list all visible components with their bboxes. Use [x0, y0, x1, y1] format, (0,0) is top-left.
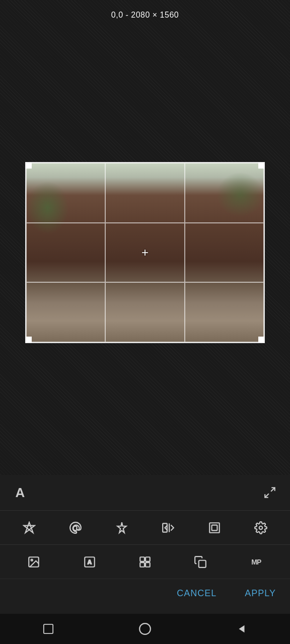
back-icon — [236, 623, 247, 634]
svg-rect-18 — [44, 624, 53, 633]
svg-rect-7 — [212, 525, 218, 530]
svg-text:A: A — [88, 559, 92, 565]
toolbar-row-1: A — [0, 475, 290, 510]
corner-handle-tl[interactable] — [26, 163, 32, 169]
image-icon — [27, 555, 40, 569]
grid-cell-1 — [26, 163, 105, 223]
text-a-icon: A — [16, 485, 25, 501]
crosshair-icon: + — [141, 246, 149, 260]
svg-marker-3 — [117, 522, 126, 533]
nav-bar — [0, 614, 290, 644]
svg-rect-6 — [209, 523, 220, 533]
home-icon — [138, 622, 152, 635]
palette-icon — [69, 521, 82, 534]
collage-icon — [138, 555, 152, 569]
svg-line-1 — [265, 494, 269, 498]
settings-button[interactable] — [247, 514, 275, 542]
corner-handle-bl[interactable] — [26, 337, 32, 343]
collage-button[interactable] — [131, 548, 159, 576]
svg-marker-2 — [24, 522, 35, 533]
frames-icon — [208, 521, 221, 534]
text-a-button[interactable]: A — [6, 478, 34, 507]
grid-cell-7 — [26, 282, 105, 342]
copy-button[interactable] — [186, 548, 214, 576]
compare-button[interactable] — [154, 514, 182, 542]
palette-button[interactable] — [61, 514, 90, 542]
grid-cell-6 — [185, 223, 264, 283]
shape-button[interactable] — [15, 514, 43, 542]
back-button[interactable] — [230, 617, 254, 641]
grid-cell-4 — [26, 223, 105, 283]
home-button[interactable] — [133, 617, 157, 641]
corner-handle-tr[interactable] — [258, 163, 264, 169]
effects-icon — [115, 521, 128, 534]
cancel-button[interactable]: CANCEL — [175, 584, 219, 603]
image-area: + — [0, 30, 290, 475]
text-overlay-button[interactable]: A — [76, 548, 104, 576]
svg-point-19 — [139, 623, 151, 634]
svg-point-10 — [31, 559, 33, 560]
grid-cell-8 — [105, 282, 184, 342]
compare-icon — [162, 521, 175, 534]
svg-rect-13 — [140, 557, 144, 561]
crop-image: + — [26, 163, 264, 342]
svg-rect-15 — [140, 562, 144, 567]
frames-button[interactable] — [200, 514, 229, 542]
svg-point-8 — [259, 526, 263, 529]
crop-free-button[interactable] — [256, 478, 284, 507]
text-overlay-icon: A — [83, 555, 96, 569]
mp-icon: MP — [251, 558, 261, 566]
grid-cell-2 — [105, 163, 184, 223]
recents-icon — [43, 623, 54, 634]
toolbar-row-3: A MP — [0, 544, 290, 579]
apply-button[interactable]: APPLY — [243, 584, 278, 603]
top-bar: 0,0 - 2080 × 1560 — [0, 0, 290, 30]
recents-button[interactable] — [36, 617, 60, 641]
copy-icon — [194, 555, 207, 569]
svg-marker-20 — [239, 625, 245, 633]
crop-container[interactable]: + — [25, 162, 265, 343]
svg-rect-16 — [146, 562, 150, 567]
action-row: CANCEL APPLY — [0, 579, 290, 610]
mp-button[interactable]: MP — [242, 548, 270, 576]
svg-rect-14 — [146, 557, 150, 561]
crop-free-icon — [263, 486, 276, 499]
toolbar-area: A — [0, 475, 290, 614]
effects-button[interactable] — [108, 514, 136, 542]
corner-handle-br[interactable] — [258, 337, 264, 343]
toolbar-row-2 — [0, 510, 290, 544]
grid-cell-9 — [185, 282, 264, 342]
svg-rect-17 — [199, 560, 206, 567]
settings-icon — [254, 521, 267, 534]
dimension-label: 0,0 - 2080 × 1560 — [111, 11, 179, 20]
svg-line-0 — [271, 488, 275, 492]
grid-cell-3 — [185, 163, 264, 223]
shape-icon — [23, 521, 36, 534]
image-button[interactable] — [20, 548, 48, 576]
